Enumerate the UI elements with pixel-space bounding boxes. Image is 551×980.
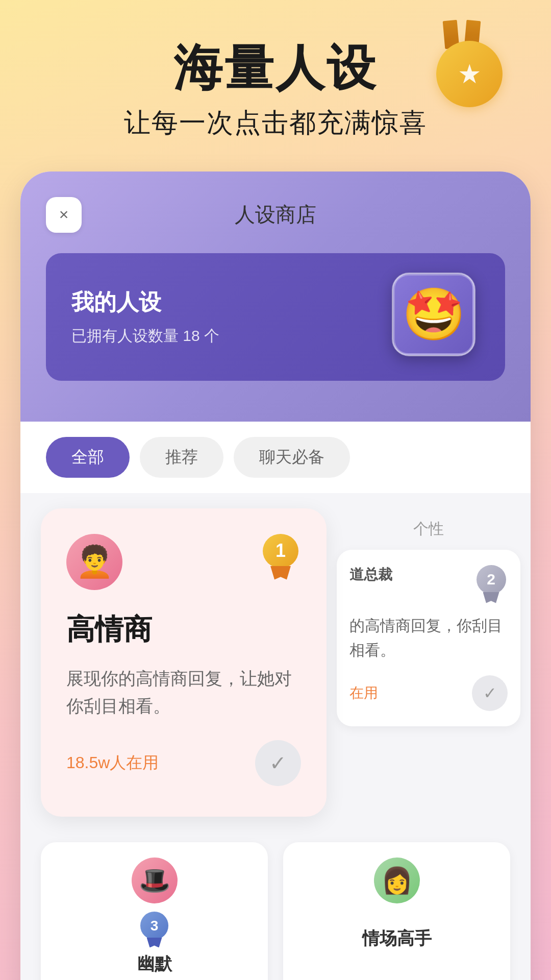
persona-description: 已拥有人设数量 18 个 (71, 326, 219, 347)
persona-name-main: 高情商 (66, 610, 301, 649)
bottom-item-name-1: 幽默 (137, 952, 172, 976)
bottom-item-name-2: 情场高手 (362, 927, 432, 950)
rank-ribbon-2 (483, 592, 499, 603)
bottom-cards-row: 🎩 3 幽默 展现你的高情商回复， 👩 情场高手 (20, 832, 531, 980)
medal-body: ★ (436, 41, 503, 107)
bottom-card-1[interactable]: 🎩 3 幽默 展现你的高情商回复， (41, 842, 268, 980)
rank-badge-2: 2 (474, 565, 508, 603)
bottom-card-2[interactable]: 👩 情场高手 (283, 842, 510, 980)
partial-desc: 的高情商回复，你刮目相看。 (349, 614, 508, 663)
bottom-rank-1: 3 (139, 912, 170, 947)
tab-recommend[interactable]: 推荐 (140, 437, 223, 478)
rank-num-3: 3 (140, 912, 168, 939)
check-button-right[interactable]: ✓ (472, 675, 508, 711)
close-icon: × (59, 205, 69, 224)
tab-all[interactable]: 全部 (46, 437, 130, 478)
page-container: ★ 海量人设 让每一次点击都充满惊喜 × 人设商店 我的人设 已拥有人设数量 1… (0, 0, 551, 980)
partial-card-header: 道总裁 2 (349, 565, 508, 603)
content-area: 🧑‍🦱 1 高情商 展现你的高情商回复，让她对你刮目相看。 18.5w人在用 (20, 493, 531, 832)
bottom-avatar-1: 🎩 (132, 857, 178, 903)
partial-card-right[interactable]: 道总裁 2 的高情商回复，你刮目相看。 在用 ✓ (337, 550, 520, 726)
category-name-partial: 道总裁 (349, 565, 392, 584)
rank-ribbon-3 (147, 938, 162, 948)
item-footer: 18.5w人在用 ✓ (66, 740, 301, 786)
emoji-display: 🤩 (393, 274, 474, 355)
close-button[interactable]: × (46, 197, 82, 233)
bottom-avatar-emoji-2: 👩 (381, 866, 413, 895)
bottom-avatar-emoji-1: 🎩 (139, 866, 170, 895)
item-header: 🧑‍🦱 1 (66, 534, 301, 590)
avatar-emoji: 🧑‍🦱 (76, 544, 114, 580)
card-header: × 人设商店 我的人设 已拥有人设数量 18 个 🤩 (20, 172, 531, 422)
check-icon-right: ✓ (483, 683, 497, 703)
filter-tabs: 全部 推荐 聊天必备 (20, 422, 531, 493)
check-button-main[interactable]: ✓ (255, 740, 301, 786)
main-card: × 人设商店 我的人设 已拥有人设数量 18 个 🤩 全部 推荐 聊天必备 (20, 172, 531, 980)
category-section: 个性 (327, 493, 531, 550)
partial-footer: 在用 ✓ (349, 675, 508, 711)
category-tag: 个性 (337, 508, 520, 545)
content-wrapper: 🧑‍🦱 1 高情商 展现你的高情商回复，让她对你刮目相看。 18.5w人在用 (20, 493, 531, 980)
persona-emoji: 🤩 (393, 274, 480, 360)
bottom-avatar-2: 👩 (374, 857, 420, 903)
avatar-main: 🧑‍🦱 (66, 534, 122, 590)
user-count-main: 18.5w人在用 (66, 752, 159, 774)
rank-badge-1: 1 (260, 534, 301, 580)
persona-desc-main: 展现你的高情商回复，让她对你刮目相看。 (66, 665, 301, 720)
top-bar: × 人设商店 (46, 197, 505, 233)
rank-number-2: 2 (477, 565, 506, 594)
rank-ribbon-1 (270, 566, 291, 580)
medal-star-icon: ★ (458, 59, 482, 89)
modal-title: 人设商店 (235, 201, 316, 229)
my-persona-card[interactable]: 我的人设 已拥有人设数量 18 个 🤩 (46, 253, 505, 381)
persona-info: 我的人设 已拥有人设数量 18 个 (71, 287, 219, 347)
partial-user-count: 在用 (349, 683, 378, 703)
rank-number-1: 1 (263, 534, 298, 568)
persona-item-main[interactable]: 🧑‍🦱 1 高情商 展现你的高情商回复，让她对你刮目相看。 18.5w人在用 (41, 508, 327, 817)
hero-section: ★ 海量人设 让每一次点击都充满惊喜 (0, 0, 551, 172)
medal-icon: ★ (429, 20, 510, 112)
tab-chat-essentials[interactable]: 聊天必备 (234, 437, 350, 478)
right-partial-area: 个性 道总裁 2 的高情商回复，你刮目相看。 (327, 493, 531, 832)
persona-heading: 我的人设 (71, 287, 219, 317)
check-icon: ✓ (269, 751, 287, 775)
